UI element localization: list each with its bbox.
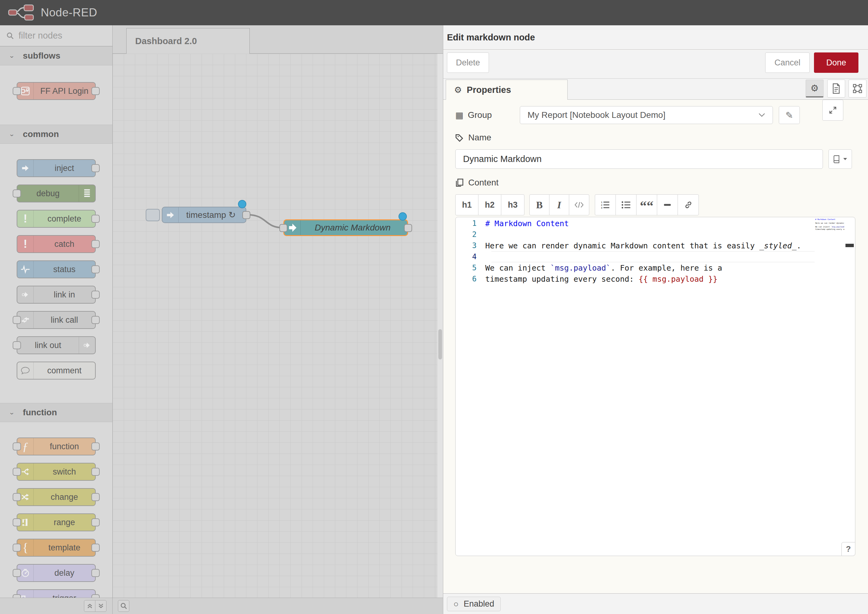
palette-category-subflows[interactable]: ⌄subflows	[0, 46, 112, 65]
gear-icon: ⚙	[811, 83, 819, 93]
node-description-button[interactable]	[827, 80, 845, 98]
minimap-line: Here we can render dynamic Markdown cont…	[815, 222, 845, 224]
input-port	[12, 569, 21, 577]
editor-help-button[interactable]: ?	[842, 542, 856, 556]
search-icon	[6, 32, 14, 40]
flow-node-dynamic-markdown[interactable]: Dynamic Markdown	[283, 219, 408, 236]
palette-node-link-in[interactable]: link in	[17, 286, 96, 304]
line-text: timestamp updating every second: {{ msg.…	[485, 274, 718, 284]
palette-filter[interactable]	[0, 25, 112, 46]
editor-line-1[interactable]: 1# Markdown Content	[456, 218, 855, 229]
editor-line-6[interactable]: 6timestamp updating every second: {{ msg…	[456, 273, 855, 284]
line-number: 5	[456, 264, 485, 272]
palette-category-function[interactable]: ⌄function	[0, 403, 112, 422]
palette-node-delay[interactable]: delay	[17, 564, 96, 582]
editor-line-4[interactable]: 4	[456, 251, 855, 262]
palette-node-label: catch	[34, 236, 95, 253]
svg-text:2: 2	[601, 204, 602, 206]
enabled-toggle-button[interactable]: ○ Enabled	[447, 597, 501, 611]
format-b-button[interactable]: B	[530, 195, 550, 215]
edit-group-button[interactable]: ✎	[779, 106, 800, 124]
filter-nodes-input[interactable]	[19, 31, 113, 41]
input-port[interactable]	[279, 224, 287, 232]
cancel-button[interactable]: Cancel	[765, 53, 810, 73]
scrollbar-thumb[interactable]	[438, 329, 442, 360]
content-field-label: Content	[455, 175, 498, 191]
editor-line-2[interactable]: 2	[456, 229, 855, 240]
canvas-vertical-scrollbar[interactable]	[437, 54, 443, 598]
editor-line-3[interactable]: 3Here we can render dynamic Markdown con…	[456, 240, 855, 251]
exclaim-icon: !	[17, 236, 34, 253]
node-appearance-button[interactable]	[849, 80, 866, 98]
palette-category-common[interactable]: ⌄common	[0, 125, 112, 144]
editor-line-5[interactable]: 5We can inject `msg.payload`. For exampl…	[456, 262, 855, 273]
code-button[interactable]	[569, 195, 589, 215]
flow-canvas[interactable]: timestamp ↻ Dynamic Markdown	[113, 54, 437, 598]
palette-node-catch[interactable]: !catch	[17, 235, 96, 253]
minimap-line: # Markdown Content	[815, 218, 845, 220]
link-arrow-icon	[17, 286, 34, 303]
markdown-code-editor[interactable]: 1# Markdown Content23Here we can render …	[455, 217, 856, 556]
editor-minimap[interactable]: # Markdown ContentHere we can render dyn…	[815, 218, 845, 231]
format-h2-button[interactable]: h2	[478, 195, 501, 215]
wire-timestamp-to-markdown[interactable]	[248, 215, 283, 228]
output-port[interactable]	[242, 211, 250, 219]
name-field-label: Name	[455, 130, 491, 145]
palette-node-link-call[interactable]: link call	[17, 311, 96, 329]
palette-node-function[interactable]: ƒfunction	[17, 437, 96, 456]
ordered-list-button[interactable]: 123	[595, 195, 616, 215]
appearance-icon	[852, 84, 862, 93]
link-chain-button[interactable]	[678, 195, 699, 215]
palette-node-debug[interactable]: debug	[17, 185, 96, 202]
line-text: Here we can render dynamic Markdown cont…	[485, 241, 801, 250]
node-properties-button[interactable]: ⚙	[806, 80, 823, 98]
inject-arrow-icon	[17, 160, 34, 177]
line-number: 4	[456, 253, 485, 261]
table-icon: ▦	[455, 110, 463, 120]
tab-properties[interactable]: ⚙ Properties	[446, 80, 568, 100]
blockquote-button[interactable]: ““	[637, 195, 657, 215]
input-port	[12, 518, 21, 526]
palette-node-change[interactable]: change	[17, 488, 96, 506]
gear-icon: ⚙	[454, 85, 462, 95]
palette-node-label: FF API Login	[34, 83, 95, 99]
format-h3-button[interactable]: h3	[501, 195, 524, 215]
exclaim-icon: !	[17, 211, 34, 227]
input-port	[12, 493, 21, 501]
output-port	[92, 493, 100, 501]
inject-trigger-button[interactable]	[146, 209, 160, 221]
output-port	[92, 164, 100, 172]
palette-node-label: switch	[34, 464, 95, 480]
output-port[interactable]	[404, 224, 412, 232]
expand-editor-button[interactable]	[822, 100, 843, 121]
palette-node-comment[interactable]: comment	[17, 361, 96, 380]
palette-node-switch[interactable]: switch	[17, 463, 96, 481]
search-flows-button[interactable]	[118, 600, 129, 612]
unordered-list-button[interactable]	[616, 195, 637, 215]
format-h1-button[interactable]: h1	[456, 195, 478, 215]
delete-button[interactable]: Delete	[447, 53, 489, 73]
collapse-all-button[interactable]	[84, 600, 95, 612]
line-number: 1	[456, 219, 485, 228]
document-icon	[832, 83, 840, 94]
palette-node-inject[interactable]: inject	[17, 159, 96, 177]
palette-node-ff-api-login[interactable]: FF API Login	[17, 82, 96, 100]
format-i-button[interactable]: I	[550, 195, 569, 215]
palette-node-range[interactable]: range	[17, 513, 96, 531]
name-input[interactable]	[455, 149, 823, 169]
palette-node-link-out[interactable]: link out	[17, 336, 96, 354]
tab-dashboard-2.0[interactable]: Dashboard 2.0	[126, 28, 250, 54]
expand-all-button[interactable]	[95, 600, 107, 612]
toolbar-group: 123““	[595, 194, 699, 216]
node-label: Dynamic Markdown	[301, 220, 405, 235]
line-text: We can inject `msg.payload`. For example…	[485, 264, 722, 273]
flow-node-timestamp[interactable]: timestamp ↻	[162, 207, 246, 223]
tray-header: Edit markdown node	[443, 25, 868, 50]
group-select[interactable]: My Report [Notebook Layout Demo]	[520, 106, 773, 124]
palette-node-template[interactable]: {template	[17, 539, 96, 557]
horizontal-rule-button[interactable]	[657, 195, 678, 215]
name-type-select-button[interactable]	[829, 149, 852, 169]
palette-node-complete[interactable]: !complete	[17, 210, 96, 228]
done-button[interactable]: Done	[814, 53, 859, 73]
palette-node-status[interactable]: status	[17, 260, 96, 278]
